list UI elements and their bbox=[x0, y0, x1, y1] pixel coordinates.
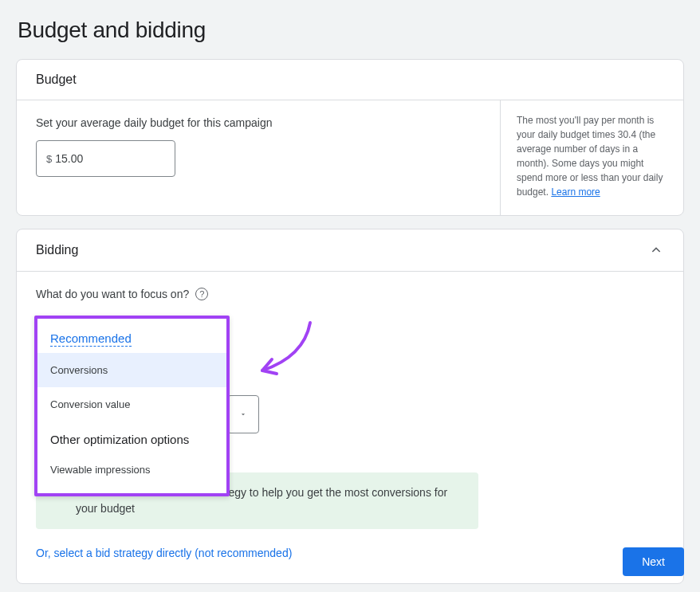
learn-more-link[interactable]: Learn more bbox=[551, 186, 600, 198]
budget-help-text: The most you'll pay per month is your da… bbox=[517, 115, 663, 198]
dropdown-other-heading: Other optimization options bbox=[37, 421, 226, 453]
focus-label: What do you want to focus on? bbox=[36, 288, 189, 300]
collapse-icon[interactable] bbox=[648, 242, 664, 258]
dropdown-option-conversion-value[interactable]: Conversion value bbox=[37, 387, 226, 421]
budget-input-wrapper[interactable]: $ 15.00 bbox=[36, 140, 175, 177]
budget-card: Budget Set your average daily budget for… bbox=[16, 59, 684, 216]
budget-label: Set your average daily budget for this c… bbox=[36, 116, 476, 129]
page-title: Budget and bidding bbox=[18, 18, 684, 43]
select-strategy-directly-link[interactable]: Or, select a bid strategy directly (not … bbox=[36, 547, 292, 559]
svg-marker-0 bbox=[242, 414, 245, 415]
bidding-card: Bidding What do you want to focus on? ? … bbox=[16, 229, 684, 584]
budget-card-header: Budget bbox=[17, 60, 683, 100]
next-button[interactable]: Next bbox=[623, 547, 684, 576]
bidding-title: Bidding bbox=[36, 243, 78, 257]
dropdown-option-conversions[interactable]: Conversions bbox=[37, 353, 226, 387]
dropdown-recommended-heading: Recommended bbox=[50, 331, 132, 347]
budget-help-panel: The most you'll pay per month is your da… bbox=[500, 100, 683, 215]
focus-dropdown: Recommended Conversions Conversion value… bbox=[34, 316, 230, 496]
budget-amount-input[interactable]: 15.00 bbox=[55, 152, 165, 165]
annotation-arrow-icon bbox=[248, 316, 320, 386]
budget-title: Budget bbox=[36, 73, 77, 87]
focus-select[interactable] bbox=[227, 395, 259, 433]
dropdown-option-viewable-impressions[interactable]: Viewable impressions bbox=[37, 453, 226, 487]
currency-symbol: $ bbox=[46, 153, 52, 165]
help-icon[interactable]: ? bbox=[195, 288, 208, 300]
bidding-card-header[interactable]: Bidding bbox=[17, 229, 683, 272]
